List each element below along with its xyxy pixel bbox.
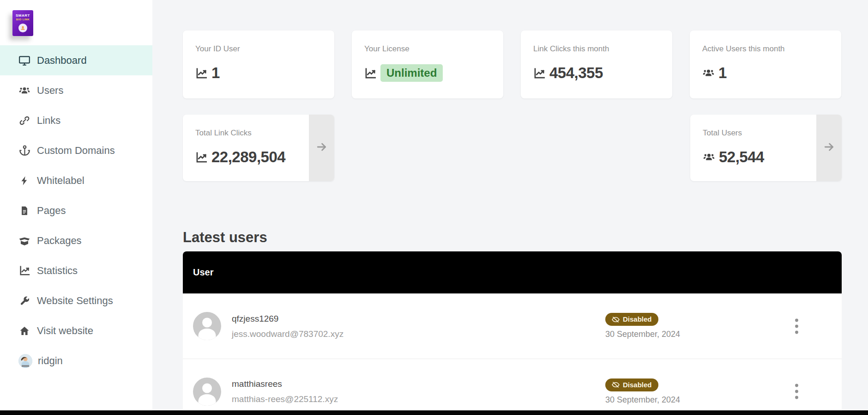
chart-line-icon (18, 265, 30, 277)
status-badge-label: Disabled (623, 315, 652, 323)
sidebar-item-label: Users (37, 85, 63, 97)
stat-card-your-license: Your License Unlimited (352, 31, 503, 98)
sidebar-item-links[interactable]: Links (0, 105, 152, 135)
sidebar-item-label: Pages (37, 205, 66, 217)
avatar (193, 378, 221, 406)
license-status-badge: Unlimited (380, 64, 443, 82)
logo-avatar-graphic (18, 24, 27, 32)
table-header-row: User (183, 251, 842, 293)
sidebar-item-label: Custom Domains (37, 145, 115, 157)
stat-card-value: 1 (211, 64, 220, 82)
latest-users-table: User qfzjess1269 jess.woodward@783702.xy… (183, 251, 842, 415)
status-badge-label: Disabled (623, 381, 652, 389)
desktop-icon (18, 55, 30, 67)
eye-slash-icon (612, 381, 620, 389)
sidebar-item-whitelabel[interactable]: Whitelabel (0, 165, 152, 195)
status-badge: Disabled (605, 378, 658, 391)
stat-card-label: Your License (364, 44, 491, 54)
user-avatar (18, 354, 32, 368)
sidebar-item-label: Links (37, 115, 60, 127)
table-row: matthiasrees matthias-rees@225112.xyz Di… (183, 359, 842, 415)
bottom-bar (0, 410, 868, 415)
sidebar-item-users[interactable]: Users (0, 75, 152, 105)
stat-card-label: Total Users (703, 128, 816, 138)
link-icon (18, 115, 30, 127)
stat-card-value: 22,289,504 (211, 148, 285, 166)
sidebar-nav: Dashboard Users Links Custom Domains (0, 45, 152, 376)
stat-card-active-users-month: Active Users this month 1 (690, 31, 841, 98)
row-date: 30 September, 2024 (605, 330, 751, 339)
arrow-right-icon (315, 140, 328, 155)
sidebar-item-pages[interactable]: Pages (0, 195, 152, 226)
users-icon (703, 151, 715, 164)
file-icon (18, 205, 30, 217)
chart-line-icon (533, 67, 546, 79)
wrench-icon (18, 295, 30, 307)
row-email: jess.woodward@783702.xyz (232, 329, 344, 339)
chart-line-icon (195, 151, 208, 164)
sidebar-item-label: Whitelabel (37, 175, 84, 187)
sidebar-item-label: Packages (37, 235, 82, 247)
stat-card-your-id-user: Your ID User 1 (183, 31, 334, 98)
total-link-clicks-arrow-button[interactable] (309, 115, 334, 181)
row-username: matthiasrees (232, 378, 338, 389)
sidebar-item-label: Website Settings (37, 295, 113, 307)
app-root: SMART BIO LINK Dashboard Users (0, 0, 868, 415)
stat-card-label: Your ID User (195, 44, 322, 54)
arrow-right-icon (823, 140, 836, 155)
row-actions-menu-button[interactable] (790, 381, 803, 402)
bolt-icon (18, 175, 30, 187)
latest-users-title: Latest users (183, 229, 842, 246)
table-row: qfzjess1269 jess.woodward@783702.xyz Dis… (183, 293, 842, 359)
users-icon (18, 85, 30, 97)
sidebar-item-packages[interactable]: Packages (0, 226, 152, 256)
logo-text-line1: SMART (16, 13, 30, 18)
total-users-arrow-button[interactable] (816, 115, 842, 181)
anchor-icon (18, 145, 30, 157)
box-open-icon (18, 235, 30, 247)
stat-cards-row: Your ID User 1 Your License Unlimited (183, 31, 842, 98)
logo-wrap: SMART BIO LINK (0, 0, 152, 45)
sidebar-item-label: Dashboard (37, 55, 87, 67)
app-logo[interactable]: SMART BIO LINK (12, 10, 33, 36)
stat-card-value: 1 (718, 64, 727, 82)
stat-card-link-clicks-month: Link Clicks this month 454,355 (521, 31, 672, 98)
sidebar-item-profile-ridgin[interactable]: ridgin (0, 346, 152, 376)
row-email: matthias-rees@225112.xyz (232, 394, 338, 404)
sidebar-item-website-settings[interactable]: Website Settings (0, 286, 152, 316)
sidebar-item-statistics[interactable]: Statistics (0, 256, 152, 286)
total-users-card: Total Users 52,544 (690, 115, 842, 181)
wide-cards-row: Total Link Clicks 22,289,504 (183, 115, 842, 181)
sidebar-item-label: ridgin (38, 355, 63, 367)
sidebar-item-custom-domains[interactable]: Custom Domains (0, 135, 152, 165)
avatar (193, 312, 221, 340)
row-date: 30 September, 2024 (605, 395, 751, 405)
stat-card-label: Active Users this month (702, 44, 829, 54)
sidebar: SMART BIO LINK Dashboard Users (0, 0, 152, 415)
sidebar-item-label: Visit website (37, 325, 93, 337)
eye-slash-icon (612, 316, 620, 323)
home-icon (18, 325, 30, 337)
sidebar-item-label: Statistics (37, 265, 78, 277)
stat-card-label: Total Link Clicks (195, 128, 309, 138)
stat-card-value: 454,355 (549, 64, 603, 82)
row-username: qfzjess1269 (232, 313, 344, 324)
users-icon (702, 67, 715, 79)
chart-line-icon (195, 67, 208, 79)
stat-card-label: Link Clicks this month (533, 44, 660, 54)
chart-line-icon (364, 67, 377, 79)
main-content: Your ID User 1 Your License Unlimited (152, 0, 868, 415)
stat-card-value: 52,544 (719, 148, 764, 166)
sidebar-item-visit-website[interactable]: Visit website (0, 316, 152, 346)
logo-text-line2: BIO LINK (16, 18, 30, 21)
total-link-clicks-card: Total Link Clicks 22,289,504 (183, 115, 334, 181)
row-actions-menu-button[interactable] (790, 316, 803, 336)
sidebar-item-dashboard[interactable]: Dashboard (0, 45, 152, 75)
status-badge: Disabled (605, 313, 658, 326)
table-header-user: User (193, 267, 213, 278)
